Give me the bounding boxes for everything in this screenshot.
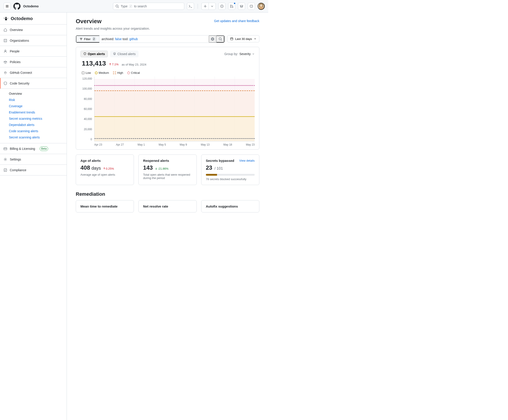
avatar-image [259, 3, 263, 9]
svg-point-3 [230, 5, 231, 6]
separator [198, 4, 198, 9]
svg-point-0 [116, 5, 118, 7]
hamburger-icon [5, 4, 9, 8]
svg-point-5 [232, 7, 233, 8]
card-desc: Total open alerts that were reopened dur… [143, 173, 192, 180]
create-new-dropdown[interactable] [209, 3, 216, 10]
sidebar-item-settings[interactable]: Settings [0, 154, 67, 165]
filter-bar: Filter 2 archived:false tool:github Last… [76, 35, 259, 43]
legend-critical[interactable]: Critical [127, 71, 140, 75]
x-tick: May 5 [159, 143, 166, 146]
y-tick: 20,000 [81, 128, 92, 131]
sidebar-sub-risk[interactable]: Risk [0, 97, 67, 103]
date-range-dropdown[interactable]: Last 30 days [227, 35, 259, 42]
stat-cards-row: Age of alerts 408 days 0.25% Average age… [76, 155, 259, 185]
y-tick: 0 [81, 138, 92, 141]
card-net-resolve-rate[interactable]: Net resolve rate [138, 200, 197, 212]
sidebar-item-compliance[interactable]: Compliance [0, 165, 67, 175]
card-title: Net resolve rate [143, 204, 192, 208]
alert-trend-chart: 120,000 100,000 80,000 60,000 40,000 20,… [81, 77, 255, 141]
beta-badge: Beta [40, 146, 48, 151]
filter-clear-button[interactable] [209, 36, 216, 43]
plug-icon [4, 71, 7, 75]
card-mean-time-remediate[interactable]: Mean time to remediate [76, 200, 134, 212]
view-details-link[interactable]: View details [239, 159, 255, 162]
y-tick: 60,000 [81, 107, 92, 111]
card-trend: 0.25% [103, 167, 114, 170]
card-autofix-suggestions[interactable]: Autofix suggestions [201, 200, 259, 212]
global-search[interactable]: Type / to search [113, 3, 184, 10]
feedback-link[interactable]: Get updates and share feedback [214, 19, 259, 23]
remediation-cards-row: Mean time to remediate Net resolve rate … [76, 200, 259, 212]
sidebar-item-billing[interactable]: Billing & Licensing Beta [0, 143, 67, 154]
y-tick: 40,000 [81, 118, 92, 121]
legend-medium[interactable]: Medium [95, 71, 109, 75]
card-secrets-bypassed[interactable]: Secrets bypassed View details 23 / 101 7… [201, 155, 259, 185]
tab-closed-alerts[interactable]: Closed alerts [110, 51, 139, 57]
menu-button[interactable] [4, 3, 11, 10]
area-medium [95, 115, 255, 141]
card-reopened-alerts[interactable]: Reopened alerts 143 -21.86% Total open a… [138, 155, 197, 185]
sidebar-item-label: Code Security [10, 82, 29, 85]
sidebar-sub-dependabot[interactable]: Dependabot alerts [0, 122, 67, 128]
sidebar-sub-enablement[interactable]: Enablement trends [0, 109, 67, 115]
svg-point-15 [219, 38, 221, 40]
sidebar-sub-overview[interactable]: Overview [0, 90, 67, 97]
search-icon [115, 4, 119, 8]
github-logo-icon[interactable] [13, 3, 21, 10]
copilot-icon [250, 4, 253, 8]
sidebar-sub-secret-metrics[interactable]: Secret scanning metrics [0, 115, 67, 122]
sidebar-sub-secret-alerts[interactable]: Secret scanning alerts [0, 134, 67, 141]
filter-token-value: github [129, 37, 138, 41]
search-placeholder-post: to search [134, 4, 147, 8]
y-tick: 80,000 [81, 98, 92, 101]
sidebar-item-label: Organizations [10, 39, 29, 42]
page-subtitle: Alert trends and insights across your or… [76, 27, 150, 30]
sidebar-item-organizations[interactable]: Organizations [0, 35, 67, 46]
pull-request-icon [230, 4, 234, 8]
sidebar-item-overview[interactable]: Overview [0, 24, 67, 35]
y-tick: 100,000 [81, 87, 92, 90]
chart-plot-area[interactable] [94, 77, 255, 141]
line-critical [95, 85, 255, 86]
pull-requests-button[interactable] [228, 3, 235, 10]
sidebar-item-people[interactable]: People [0, 46, 67, 57]
page-title: Overview [76, 18, 150, 25]
arrow-up-icon [103, 167, 105, 170]
sidebar-item-label: Billing & Licensing [10, 147, 35, 150]
sidebar-item-security[interactable]: Code Security [0, 78, 67, 89]
svg-point-7 [251, 6, 252, 7]
group-by-dropdown[interactable]: Group by: Severity [224, 52, 255, 56]
critical-swatch-icon [127, 72, 130, 74]
issues-button[interactable] [218, 3, 226, 10]
sidebar-item-policies[interactable]: Policies [0, 57, 67, 67]
filter-search-button[interactable] [216, 36, 224, 43]
chevron-down-icon [252, 52, 255, 55]
line-high [95, 90, 255, 91]
sidebar-org-header[interactable]: GitHub Octodemo [0, 13, 67, 24]
x-tick: May 9 [180, 143, 187, 146]
tab-open-alerts[interactable]: Open alerts [81, 51, 108, 57]
sidebar-sub-coverage[interactable]: Coverage [0, 103, 67, 109]
inbox-button[interactable] [238, 3, 245, 10]
legend-low[interactable]: Low [82, 71, 91, 75]
card-age-of-alerts[interactable]: Age of alerts 408 days 0.25% Average age… [76, 155, 134, 185]
create-new-button[interactable] [201, 3, 209, 10]
command-palette-button[interactable] [187, 3, 194, 10]
breadcrumb-org[interactable]: Octodemo [23, 4, 38, 8]
organization-icon [4, 39, 7, 42]
sidebar-sub-code-scanning[interactable]: Code scanning alerts [0, 128, 67, 134]
low-swatch-icon [82, 72, 84, 74]
progress-fill [206, 174, 217, 176]
sidebar-item-label: Settings [10, 158, 21, 161]
card-unit: days [91, 166, 101, 171]
sidebar-item-connect[interactable]: GitHub Connect [0, 67, 67, 78]
legend-high[interactable]: High [113, 71, 123, 75]
high-swatch-icon [113, 72, 116, 74]
copilot-button[interactable] [248, 3, 255, 10]
filter-button[interactable]: Filter 2 [76, 36, 99, 43]
svg-rect-9 [4, 39, 7, 42]
user-avatar[interactable] [258, 3, 265, 10]
filter-query-input[interactable]: archived:false tool:github [99, 36, 209, 43]
filter-token-key: archived: [102, 37, 114, 41]
